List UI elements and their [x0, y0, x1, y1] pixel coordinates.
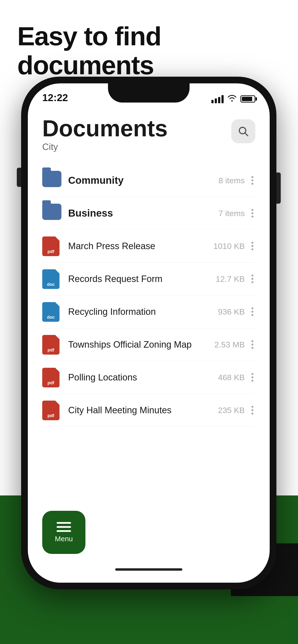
battery-icon [240, 95, 255, 102]
pdf-icon: pdf [42, 335, 61, 354]
file-name: Recycling Information [68, 307, 218, 317]
app-title-group: Documents City [42, 117, 168, 152]
more-button[interactable] [249, 305, 255, 318]
more-button[interactable] [249, 272, 255, 286]
folder-icon [42, 171, 61, 190]
search-icon [237, 125, 249, 137]
list-item[interactable]: doc Records Request Form 12.7 KB [42, 262, 255, 296]
more-button[interactable] [249, 404, 255, 417]
menu-label: Menu [55, 535, 73, 543]
file-meta: 12.7 KB [216, 274, 245, 284]
file-name: Community [68, 175, 218, 186]
file-meta: 1010 KB [214, 242, 245, 251]
wifi-icon [227, 94, 237, 104]
file-name: Records Request Form [68, 274, 216, 284]
file-meta: 936 KB [218, 307, 245, 316]
app-subtitle: City [42, 142, 168, 152]
menu-lines-icon [57, 522, 71, 532]
pdf-icon: pdf [42, 368, 61, 387]
list-item[interactable]: Business 7 items [42, 197, 255, 230]
notch [108, 84, 190, 102]
list-item[interactable]: pdf March Press Release 1010 KB [42, 230, 255, 262]
status-icons [211, 94, 255, 104]
list-item[interactable]: pdf Townships Official Zoning Map 2.53 M… [42, 328, 255, 361]
list-item[interactable]: Community 8 items [42, 164, 255, 197]
folder-icon [42, 204, 61, 223]
file-name: March Press Release [68, 241, 214, 251]
file-meta: 2.53 MB [214, 340, 245, 349]
list-item[interactable]: doc Recycling Information 936 KB [42, 296, 255, 328]
page-headline: Easy to find documents [17, 22, 298, 80]
menu-button[interactable]: Menu [42, 511, 85, 554]
svg-line-1 [245, 133, 248, 136]
phone-screen: 12:22 [28, 84, 270, 583]
more-button[interactable] [249, 338, 255, 351]
file-meta: 235 KB [218, 406, 245, 415]
home-indicator [115, 568, 182, 571]
file-meta: 8 items [218, 176, 245, 185]
doc-icon: doc [42, 269, 61, 288]
file-meta: 7 items [218, 209, 245, 218]
search-button[interactable] [231, 119, 255, 143]
file-list: Community 8 items Business 7 items pdf M… [42, 164, 255, 427]
more-button[interactable] [249, 174, 255, 187]
more-button[interactable] [249, 239, 255, 253]
bottom-bar [28, 568, 270, 571]
file-name: Business [68, 208, 218, 219]
signal-icon [211, 95, 224, 103]
file-name: Polling Locations [68, 372, 218, 382]
status-time: 12:22 [42, 92, 68, 104]
file-name: City Hall Meeting Minutes [68, 405, 218, 416]
phone-shell: 12:22 [21, 77, 276, 590]
list-item[interactable]: pdf City Hall Meeting Minutes 235 KB [42, 394, 255, 427]
app-title: Documents [42, 117, 168, 140]
doc-icon: doc [42, 302, 61, 321]
pdf-icon: pdf [42, 236, 61, 256]
file-name: Townships Official Zoning Map [68, 340, 214, 350]
more-button[interactable] [249, 206, 255, 220]
list-item[interactable]: pdf Polling Locations 468 KB [42, 361, 255, 394]
pdf-icon: pdf [42, 400, 61, 420]
app-header: Documents City [42, 117, 255, 152]
file-meta: 468 KB [218, 373, 245, 382]
more-button[interactable] [249, 371, 255, 384]
